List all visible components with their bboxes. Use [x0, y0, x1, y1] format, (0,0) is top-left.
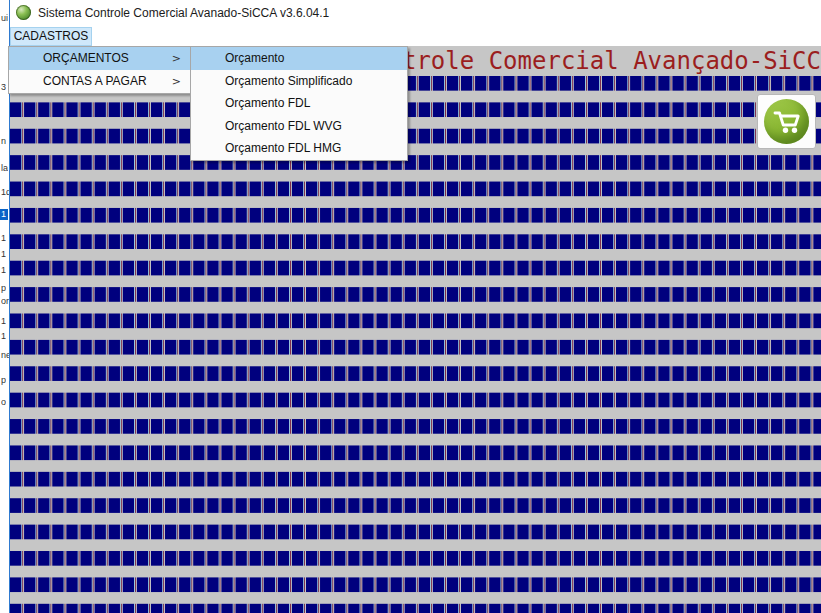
shopping-cart-icon [764, 99, 809, 144]
strip-fragment: 1 [1, 331, 6, 341]
submenu-arrow-icon: > [172, 47, 181, 70]
submenu-item-orcamento-fdl-hmg[interactable]: Orçamento FDL HMG [191, 137, 407, 160]
submenu-arrow-icon: > [172, 70, 181, 93]
submenu-item-orcamento-fdl[interactable]: Orçamento FDL [191, 92, 407, 115]
strip-fragment: ne [1, 350, 9, 360]
strip-fragment: 1 [1, 265, 6, 275]
strip-fragment: 1 [1, 233, 6, 243]
shopping-cart-button[interactable] [757, 94, 816, 149]
strip-fragment: 1 [1, 316, 6, 326]
strip-fragment-selected: 1 [0, 209, 8, 220]
menu-item-label: CONTAS A PAGAR [43, 74, 147, 88]
menu-item-contas-a-pagar[interactable]: CONTAS A PAGAR > [9, 70, 190, 93]
strip-fragment: p [1, 283, 6, 293]
menu-item-label: ORÇAMENTOS [43, 51, 129, 65]
mdi-background [10, 46, 821, 613]
title-bar: Sistema Controle Comercial Avanado-SiCCA… [10, 0, 821, 26]
submenu-item-orcamento-fdl-wvg[interactable]: Orçamento FDL WVG [191, 115, 407, 138]
strip-fragment: 3 [1, 82, 6, 92]
strip-fragment: p [1, 375, 6, 385]
window-title: Sistema Controle Comercial Avanado-SiCCA… [38, 0, 329, 26]
strip-fragment: 1 [1, 249, 6, 259]
menu-bar: CADASTROS [10, 26, 821, 46]
strip-fragment: n [1, 136, 6, 146]
strip-fragment: la [1, 163, 8, 173]
menu-item-orcamentos[interactable]: ORÇAMENTOS > [9, 47, 190, 70]
app-logo-icon [16, 5, 31, 20]
strip-fragment: 1d [1, 187, 9, 197]
strip-fragment: ui [1, 13, 8, 23]
submenu-item-orcamento-simplificado[interactable]: Orçamento Simplificado [191, 70, 407, 93]
menubar-item-cadastros[interactable]: CADASTROS [10, 27, 92, 46]
cadastros-menu: ORÇAMENTOS > CONTAS A PAGAR > [8, 46, 191, 94]
strip-fragment: o [1, 397, 6, 407]
submenu-item-orcamento[interactable]: Orçamento [191, 47, 407, 70]
strip-fragment: or [1, 296, 9, 306]
orcamentos-submenu: Orçamento Orçamento Simplificado Orçamen… [190, 46, 408, 161]
